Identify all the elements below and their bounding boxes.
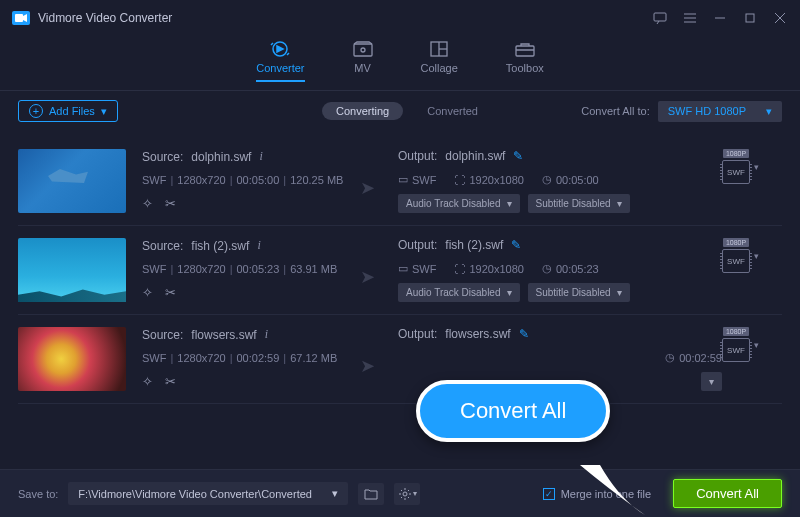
merge-checkbox[interactable]: ✓ Merge into one file <box>543 488 652 500</box>
list-item: Source: dolphin.swf i SWF|1280x720|00:05… <box>18 137 782 226</box>
tab-collage[interactable]: Collage <box>421 40 458 82</box>
convert-all-button[interactable]: Convert All <box>673 479 782 508</box>
convert-all-to-label: Convert All to: <box>581 105 649 117</box>
titlebar: Vidmore Video Converter <box>0 0 800 36</box>
file-list: Source: dolphin.swf i SWF|1280x720|00:05… <box>0 131 800 491</box>
subtitle-select[interactable]: Subtitle Disabled▾ <box>528 194 630 213</box>
effects-icon[interactable]: ✧ <box>142 196 153 211</box>
edit-icon[interactable]: ✎ <box>511 238 521 252</box>
thumbnail[interactable] <box>18 327 126 391</box>
tab-label: Toolbox <box>506 62 544 74</box>
thumbnail[interactable] <box>18 238 126 302</box>
output-format-badge[interactable]: 1080P SWF <box>722 238 750 273</box>
source-meta: SWF|1280x720|00:05:23|63.91 MB <box>142 263 352 275</box>
out-resolution: ⛶1920x1080 <box>454 263 523 275</box>
footer: Save to: F:\Vidmore\Vidmore Video Conver… <box>0 469 800 517</box>
chevron-down-icon: ▾ <box>332 487 338 500</box>
converter-icon <box>270 40 290 58</box>
tab-label: MV <box>354 62 371 74</box>
app-logo <box>12 11 30 25</box>
arrow-icon: ➤ <box>360 355 390 377</box>
maximize-icon[interactable] <box>742 10 758 26</box>
tab-mv[interactable]: MV <box>353 40 373 82</box>
output-label: Output: <box>398 149 437 163</box>
thumbnail[interactable] <box>18 149 126 213</box>
main-tabs: Converter MV Collage Toolbox <box>0 36 800 91</box>
source-meta: SWF|1280x720|00:05:00|120.25 MB <box>142 174 352 186</box>
mv-icon <box>353 40 373 58</box>
effects-icon[interactable]: ✧ <box>142 285 153 300</box>
svg-point-16 <box>403 492 407 496</box>
svg-rect-0 <box>15 14 23 22</box>
source-label: Source: <box>142 150 183 164</box>
output-name: dolphin.swf <box>445 149 505 163</box>
subtitle-select[interactable]: Subtitle Disabled▾ <box>528 283 630 302</box>
chevron-down-icon[interactable]: ▾ <box>754 340 759 350</box>
trim-icon[interactable]: ✂ <box>165 374 176 389</box>
output-format-badge[interactable]: 1080P SWF <box>722 149 750 184</box>
info-icon[interactable]: i <box>265 327 268 342</box>
output-format-badge[interactable]: 1080P SWF <box>722 327 750 362</box>
toolbar: + Add Files ▾ Converting Converted Conve… <box>0 91 800 131</box>
merge-label: Merge into one file <box>561 488 652 500</box>
converted-tab[interactable]: Converted <box>427 105 478 117</box>
source-label: Source: <box>142 328 183 342</box>
info-icon[interactable]: i <box>257 238 260 253</box>
effects-icon[interactable]: ✧ <box>142 374 153 389</box>
add-files-button[interactable]: + Add Files ▾ <box>18 100 118 122</box>
chevron-down-icon: ▾ <box>507 198 512 209</box>
subtitle-select[interactable]: ▾ <box>701 372 722 391</box>
menu-icon[interactable] <box>682 10 698 26</box>
chevron-down-icon[interactable]: ▾ <box>754 162 759 172</box>
app-title: Vidmore Video Converter <box>38 11 652 25</box>
svg-rect-6 <box>746 14 754 22</box>
feedback-icon[interactable] <box>652 10 668 26</box>
tab-label: Collage <box>421 62 458 74</box>
checkbox-icon: ✓ <box>543 488 555 500</box>
chevron-down-icon: ▾ <box>617 198 622 209</box>
out-format: ▭SWF <box>398 173 436 186</box>
list-item: Source: flowsers.swf i SWF|1280x720|00:0… <box>18 315 782 404</box>
arrow-icon: ➤ <box>360 177 390 199</box>
plus-icon: + <box>29 104 43 118</box>
output-format-select[interactable]: SWF HD 1080P ▾ <box>658 101 782 122</box>
chevron-down-icon: ▾ <box>709 376 714 387</box>
save-path-select[interactable]: F:\Vidmore\Vidmore Video Converter\Conve… <box>68 482 348 505</box>
close-icon[interactable] <box>772 10 788 26</box>
source-name: fish (2).swf <box>191 239 249 253</box>
output-label: Output: <box>398 327 437 341</box>
tab-converter[interactable]: Converter <box>256 40 304 82</box>
audio-track-select[interactable]: Audio Track Disabled▾ <box>398 283 520 302</box>
source-label: Source: <box>142 239 183 253</box>
out-duration: ◷00:05:00 <box>542 173 599 186</box>
chevron-down-icon: ▾ <box>507 287 512 298</box>
edit-icon[interactable]: ✎ <box>519 327 529 341</box>
out-duration: ◷00:05:23 <box>542 262 599 275</box>
converting-tab[interactable]: Converting <box>322 102 403 120</box>
info-icon[interactable]: i <box>259 149 262 164</box>
svg-point-11 <box>361 48 365 52</box>
out-resolution: ⛶1920x1080 <box>454 174 523 186</box>
svg-rect-10 <box>354 44 372 56</box>
svg-rect-15 <box>516 46 534 56</box>
trim-icon[interactable]: ✂ <box>165 285 176 300</box>
output-name: fish (2).swf <box>445 238 503 252</box>
add-files-label: Add Files <box>49 105 95 117</box>
chevron-down-icon: ▾ <box>766 105 772 118</box>
svg-rect-1 <box>654 13 666 21</box>
chevron-down-icon: ▾ <box>617 287 622 298</box>
open-folder-button[interactable] <box>358 483 384 505</box>
minimize-icon[interactable] <box>712 10 728 26</box>
save-path-value: F:\Vidmore\Vidmore Video Converter\Conve… <box>78 488 312 500</box>
audio-track-select[interactable]: Audio Track Disabled▾ <box>398 194 520 213</box>
source-name: flowsers.swf <box>191 328 256 342</box>
arrow-icon: ➤ <box>360 266 390 288</box>
chevron-down-icon[interactable]: ▾ <box>754 251 759 261</box>
out-duration: ◷00:02:59 <box>665 351 722 364</box>
tab-label: Converter <box>256 62 304 74</box>
settings-button[interactable]: ▾ <box>394 483 420 505</box>
trim-icon[interactable]: ✂ <box>165 196 176 211</box>
tab-toolbox[interactable]: Toolbox <box>506 40 544 82</box>
output-label: Output: <box>398 238 437 252</box>
edit-icon[interactable]: ✎ <box>513 149 523 163</box>
